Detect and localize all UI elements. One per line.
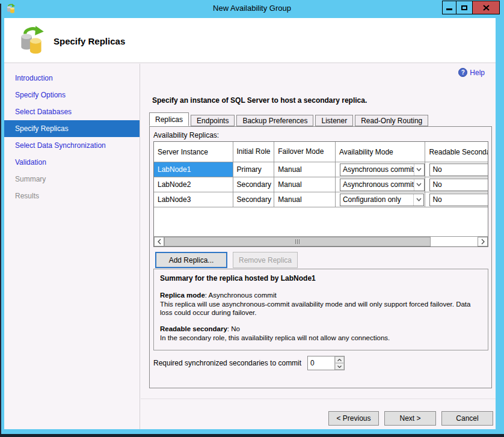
maximize-icon	[461, 5, 467, 10]
column-header-readable-secondary: Readable Secondary	[425, 142, 488, 162]
remove-replica-button: Remove Replica	[233, 252, 298, 268]
instruction-text: Specify an instance of SQL Server to hos…	[152, 96, 367, 105]
table-row[interactable]: LabNode2 Secondary Manual Asynchronous c…	[154, 177, 488, 192]
cell-server-instance[interactable]: LabNode2	[154, 177, 233, 192]
sidebar-item-results: Results	[4, 188, 140, 204]
column-header-initial-role: Initial Role	[233, 142, 275, 162]
cell-initial-role: Primary	[233, 162, 275, 177]
scroll-right-button[interactable]	[478, 237, 488, 246]
cell-readable-secondary: No	[425, 162, 488, 177]
maximize-button[interactable]	[456, 1, 473, 14]
tab-replicas[interactable]: Replicas	[149, 112, 189, 126]
footer-divider	[141, 399, 496, 399]
sidebar-item-introduction[interactable]: Introduction	[4, 70, 140, 87]
column-header-failover-mode: Failover Mode	[274, 142, 336, 162]
summary-title: Summary for the replica hosted by LabNod…	[160, 274, 482, 284]
table-row[interactable]: LabNode3 Secondary Manual Configuration …	[154, 192, 488, 207]
cell-availability-mode: Asynchronous commit	[336, 177, 425, 192]
grip-icon	[299, 239, 300, 244]
grip-icon	[297, 239, 298, 244]
sidebar-item-select-data-synchronization[interactable]: Select Data Synchronization	[4, 137, 140, 154]
scrollbar-track[interactable]	[164, 237, 478, 246]
cell-readable-secondary: No	[425, 177, 488, 192]
tab-strip: Replicas Endpoints Backup Preferences Li…	[149, 113, 430, 126]
cell-server-instance[interactable]: LabNode1	[154, 162, 233, 177]
help-icon: ?	[458, 68, 467, 77]
scroll-left-icon	[158, 239, 161, 245]
chevron-down-icon[interactable]	[414, 164, 424, 176]
replicas-icon	[16, 24, 48, 57]
grip-icon	[295, 239, 296, 244]
tab-backup-preferences[interactable]: Backup Preferences	[236, 115, 313, 126]
sidebar-item-summary: Summary	[4, 171, 140, 188]
next-button[interactable]: Next >	[384, 411, 436, 426]
minimize-button[interactable]	[442, 1, 456, 14]
spin-down-button[interactable]	[335, 363, 344, 370]
minimize-icon	[446, 8, 452, 10]
dialog-body: Specify Replicas Introduction Specify Op…	[4, 18, 496, 429]
sidebar-item-specify-options[interactable]: Specify Options	[4, 87, 140, 103]
chevron-down-icon[interactable]	[413, 194, 423, 206]
readable-secondary-description: In the secondary role, this availability…	[160, 334, 482, 343]
window-edge	[0, 4, 1, 437]
wizard-header: Specify Replicas	[4, 18, 496, 63]
sidebar-item-specify-replicas[interactable]: Specify Replicas	[4, 120, 140, 137]
scroll-right-icon	[481, 239, 485, 245]
scrollbar-thumb[interactable]	[164, 237, 431, 246]
cancel-button[interactable]: Cancel	[441, 411, 493, 426]
cell-readable-secondary: No	[425, 192, 488, 207]
wizard-window: New Availability Group	[0, 0, 504, 437]
chevron-down-icon	[337, 365, 342, 368]
tab-read-only-routing[interactable]: Read-Only Routing	[355, 115, 428, 126]
quorum-spinner	[307, 356, 345, 370]
cell-failover-mode: Manual	[274, 192, 336, 207]
availability-mode-dropdown[interactable]: Configuration only	[340, 194, 424, 206]
readable-secondary-dropdown[interactable]: No	[429, 194, 488, 206]
cell-availability-mode: Asynchronous commit	[336, 162, 425, 177]
sidebar-item-validation[interactable]: Validation	[4, 154, 140, 171]
close-button[interactable]	[473, 1, 500, 14]
grid-empty-area	[154, 207, 488, 236]
help-link[interactable]: ? Help	[458, 68, 485, 77]
readable-secondary-dropdown[interactable]: No	[429, 179, 488, 191]
availability-mode-dropdown[interactable]: Asynchronous commit	[340, 179, 425, 191]
cell-failover-mode: Manual	[274, 177, 336, 192]
spin-up-button[interactable]	[335, 356, 344, 363]
titlebar[interactable]: New Availability Group	[0, 0, 504, 18]
replicas-tab-panel: Availability Replicas: Server Instance I…	[149, 126, 492, 388]
tab-endpoints[interactable]: Endpoints	[191, 115, 235, 126]
readable-secondary-summary: Readable secondary: No In the secondary …	[160, 325, 482, 343]
close-icon	[483, 5, 490, 11]
add-replica-button[interactable]: Add Replica...	[155, 252, 227, 268]
wizard-steps-sidebar: Introduction Specify Options Select Data…	[4, 64, 140, 429]
availability-mode-dropdown[interactable]: Asynchronous commit	[340, 163, 425, 176]
window-title: New Availability Group	[0, 4, 504, 13]
cell-availability-mode: Configuration only	[336, 192, 425, 207]
replica-summary-box: Summary for the replica hosted by LabNod…	[153, 269, 488, 350]
readable-secondary-dropdown[interactable]: No	[429, 163, 488, 176]
cell-failover-mode: Manual	[274, 162, 336, 177]
quorum-input[interactable]	[308, 356, 334, 370]
column-header-availability-mode: Availability Mode	[336, 142, 425, 162]
previous-button[interactable]: < Previous	[328, 411, 379, 426]
table-row[interactable]: LabNode1 Primary Manual Asynchronous com…	[154, 162, 488, 177]
availability-replicas-label: Availability Replicas:	[153, 131, 219, 139]
quorum-row: Required synchronized secondaries to com…	[153, 356, 345, 370]
cell-server-instance[interactable]: LabNode3	[154, 192, 233, 207]
window-bottom-edge	[0, 434, 504, 437]
chevron-down-icon[interactable]	[414, 179, 424, 191]
column-header-server-instance: Server Instance	[154, 142, 233, 162]
replicas-grid: Server Instance Initial Role Failover Mo…	[153, 141, 488, 247]
grid-header-row: Server Instance Initial Role Failover Mo…	[154, 142, 488, 162]
cell-initial-role: Secondary	[233, 177, 275, 192]
cell-initial-role: Secondary	[233, 192, 275, 207]
scroll-left-button[interactable]	[154, 237, 164, 246]
page-title: Specify Replicas	[54, 36, 125, 46]
help-label: Help	[470, 69, 485, 77]
quorum-label: Required synchronized secondaries to com…	[153, 359, 307, 367]
sidebar-item-select-databases[interactable]: Select Databases	[4, 103, 140, 120]
chevron-up-icon	[337, 359, 342, 361]
horizontal-scrollbar[interactable]	[154, 236, 488, 246]
replica-mode-summary: Replica mode: Asynchronous commit This r…	[160, 291, 482, 318]
tab-listener[interactable]: Listener	[315, 115, 353, 126]
